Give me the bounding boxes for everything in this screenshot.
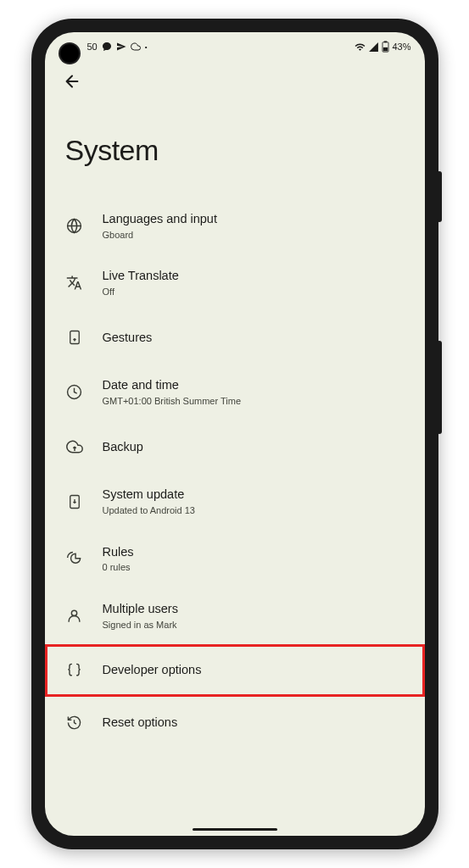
status-right: 43%	[355, 41, 410, 53]
setting-text: Developer options	[103, 662, 405, 678]
status-bar: 50 •	[45, 32, 425, 61]
svg-rect-1	[384, 41, 388, 42]
svg-rect-2	[383, 47, 388, 51]
rules-icon	[65, 549, 84, 568]
back-button[interactable]	[57, 66, 87, 97]
setting-subtitle: 0 rules	[103, 561, 405, 573]
setting-item-backup[interactable]: Backup	[45, 420, 425, 473]
chat-notif-icon	[102, 42, 112, 52]
setting-title: Gestures	[103, 330, 405, 346]
setting-item-languages[interactable]: Languages and input Gboard	[45, 198, 425, 254]
translate-icon	[65, 274, 84, 292]
svg-point-7	[71, 610, 76, 615]
setting-title: Multiple users	[103, 601, 405, 617]
setting-subtitle: Gboard	[103, 229, 405, 241]
setting-text: Rules 0 rules	[103, 544, 405, 574]
setting-item-translate[interactable]: Live Translate Off	[45, 254, 425, 311]
setting-subtitle: Off	[103, 286, 405, 298]
setting-title: System update	[103, 487, 405, 503]
setting-text: Backup	[103, 439, 405, 455]
power-button	[437, 171, 442, 222]
setting-subtitle: Signed in as Mark	[103, 619, 405, 631]
setting-text: Languages and input Gboard	[103, 211, 405, 241]
status-time: 50	[87, 42, 98, 52]
page-header: System	[45, 102, 425, 198]
setting-title: Languages and input	[103, 211, 405, 227]
volume-button	[437, 341, 442, 434]
setting-title: Date and time	[103, 377, 405, 393]
camera-cutout	[60, 44, 79, 63]
setting-item-datetime[interactable]: Date and time GMT+01:00 British Summer T…	[45, 364, 425, 420]
setting-title: Developer options	[103, 662, 405, 678]
setting-title: Reset options	[103, 715, 405, 731]
setting-text: Gestures	[103, 330, 405, 346]
setting-item-developer[interactable]: Developer options	[45, 644, 425, 697]
gesture-icon	[65, 328, 84, 347]
setting-item-gestures[interactable]: Gestures	[45, 311, 425, 364]
setting-subtitle: Updated to Android 13	[103, 504, 405, 516]
gesture-nav-bar[interactable]	[193, 828, 277, 831]
signal-icon	[368, 42, 379, 53]
setting-title: Backup	[103, 439, 405, 455]
toolbar	[45, 61, 425, 102]
status-left: 50 •	[87, 42, 148, 52]
setting-item-users[interactable]: Multiple users Signed in as Mark	[45, 587, 425, 644]
cloud-icon	[65, 437, 84, 456]
setting-text: Live Translate Off	[103, 268, 405, 298]
settings-list: Languages and input Gboard Live Translat…	[45, 198, 425, 749]
clock-icon	[65, 383, 84, 402]
setting-text: Date and time GMT+01:00 British Summer T…	[103, 377, 405, 407]
person-icon	[65, 606, 84, 625]
page-title: System	[65, 134, 405, 167]
setting-text: Multiple users Signed in as Mark	[103, 601, 405, 631]
setting-text: System update Updated to Android 13	[103, 487, 405, 516]
setting-subtitle: GMT+01:00 British Summer Time	[103, 395, 405, 407]
svg-rect-4	[70, 331, 79, 344]
setting-item-rules[interactable]: Rules 0 rules	[45, 531, 425, 587]
setting-title: Rules	[103, 544, 405, 560]
battery-percent: 43%	[392, 42, 410, 52]
reset-icon	[65, 714, 84, 732]
braces-icon	[65, 661, 84, 680]
setting-text: Reset options	[103, 715, 405, 731]
setting-item-system-update[interactable]: System update Updated to Android 13	[45, 473, 425, 530]
setting-title: Live Translate	[103, 268, 405, 284]
send-notif-icon	[116, 42, 126, 52]
update-icon	[65, 492, 84, 511]
wifi-icon	[355, 42, 366, 53]
battery-icon	[382, 41, 389, 53]
phone-frame: 50 •	[31, 19, 438, 849]
screen: 50 •	[45, 32, 425, 836]
setting-item-reset[interactable]: Reset options	[45, 697, 425, 749]
arrow-back-icon	[63, 72, 81, 91]
more-notif-icon: •	[145, 43, 148, 51]
cloud-notif-icon	[131, 42, 141, 52]
globe-icon	[65, 217, 84, 236]
